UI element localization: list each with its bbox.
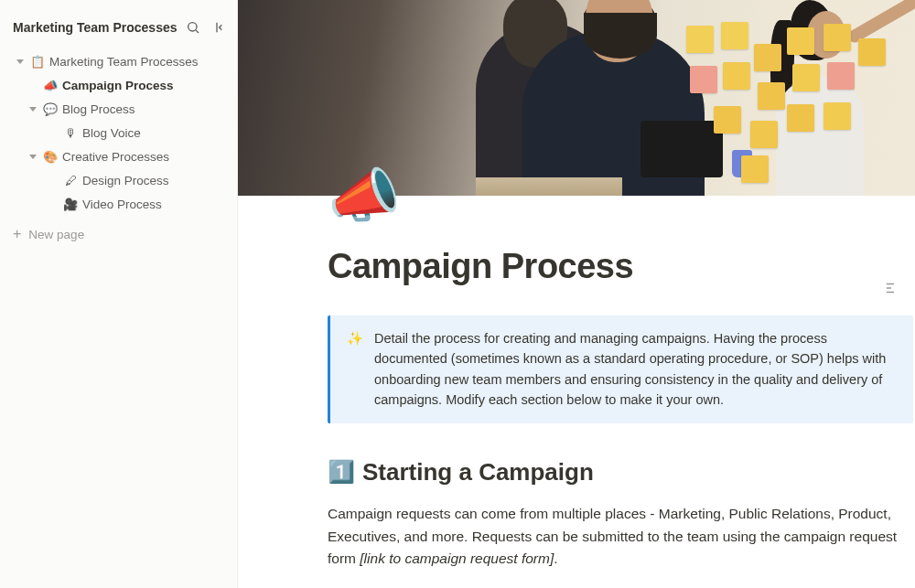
page-icon: 💬 <box>42 102 59 116</box>
bullet-icon <box>44 171 62 189</box>
sidebar-item-blog-voice[interactable]: 🎙Blog Voice <box>4 121 233 144</box>
page-icon: 🎨 <box>42 150 59 164</box>
sticky-note <box>758 82 785 110</box>
sidebar-item-label: Creative Processes <box>59 150 169 164</box>
workspace-title[interactable]: Marketing Team Processes <box>13 20 184 35</box>
page-icon: 📣 <box>42 79 59 92</box>
sticky-note <box>723 62 750 90</box>
section-heading[interactable]: 1️⃣ Starting a Campaign <box>328 458 913 486</box>
svg-line-1 <box>196 30 199 33</box>
collapse-sidebar-icon[interactable] <box>210 18 228 37</box>
sticky-note <box>787 27 814 55</box>
sidebar-item-marketing-team-processes[interactable]: 📋Marketing Team Processes <box>4 49 233 73</box>
page-tree: 📋Marketing Team Processes📣Campaign Proce… <box>0 49 237 216</box>
disclosure-triangle-icon[interactable] <box>11 52 29 70</box>
svg-marker-3 <box>16 59 24 64</box>
sticky-note <box>750 121 778 148</box>
sticky-note <box>690 66 717 93</box>
page-content: 📣 Campaign Process ✨ Detail the process … <box>238 166 915 588</box>
paragraph-link-placeholder: [link to campaign request form] <box>360 551 554 566</box>
page-icon: 📋 <box>29 55 46 69</box>
sticky-note <box>858 38 886 66</box>
disclosure-triangle-icon[interactable] <box>24 100 42 118</box>
page-emoji[interactable]: 📣 <box>328 166 913 225</box>
sidebar-item-creative-processes[interactable]: 🎨Creative Processes <box>4 144 233 168</box>
sticky-note <box>824 24 851 51</box>
disclosure-triangle-icon[interactable] <box>24 147 42 166</box>
sidebar-item-video-process[interactable]: 🎥Video Process <box>4 192 233 216</box>
app-root: Marketing Team Processes 📋Marketing Team… <box>0 0 915 588</box>
callout-text: Detail the process for creating and mana… <box>374 328 897 411</box>
bullet-icon <box>44 123 62 142</box>
sticky-note <box>787 104 814 132</box>
keycap-one-icon: 1️⃣ <box>328 459 355 485</box>
bullet-icon <box>44 195 62 213</box>
sticky-note <box>754 44 781 71</box>
bullet-icon <box>24 76 42 94</box>
svg-marker-4 <box>29 107 37 112</box>
main-content: 📣 Campaign Process ✨ Detail the process … <box>238 0 915 588</box>
sidebar-header: Marketing Team Processes <box>0 13 237 49</box>
new-page-label: New page <box>28 228 84 241</box>
sidebar-item-campaign-process[interactable]: 📣Campaign Process <box>4 73 233 97</box>
sidebar-item-label: Video Process <box>79 198 162 211</box>
sidebar: Marketing Team Processes 📋Marketing Team… <box>0 0 238 588</box>
section-title-text: Starting a Campaign <box>362 458 594 486</box>
sidebar-item-label: Blog Process <box>59 102 135 116</box>
sticky-note <box>714 106 741 134</box>
page-icon: 🎙 <box>62 126 79 140</box>
page-icon: 🎥 <box>62 198 79 211</box>
sticky-note <box>792 64 820 91</box>
search-icon[interactable] <box>184 18 202 37</box>
sparkles-icon: ✨ <box>347 328 363 411</box>
new-page-button[interactable]: + New page <box>0 219 237 249</box>
sidebar-item-design-process[interactable]: 🖊Design Process <box>4 168 233 192</box>
callout-block[interactable]: ✨ Detail the process for creating and ma… <box>328 315 913 423</box>
sidebar-item-blog-process[interactable]: 💬Blog Process <box>4 97 233 121</box>
sticky-note <box>824 102 851 130</box>
sticky-note <box>686 26 714 53</box>
sidebar-item-label: Campaign Process <box>59 79 174 92</box>
plus-icon: + <box>13 227 21 241</box>
sidebar-item-label: Design Process <box>79 174 169 187</box>
svg-point-0 <box>188 23 197 31</box>
paragraph[interactable]: Campaign requests can come from multiple… <box>328 503 913 571</box>
sticky-note <box>721 22 748 49</box>
svg-marker-5 <box>29 155 37 159</box>
page-icon: 🖊 <box>62 174 79 187</box>
sticky-note <box>827 62 855 90</box>
sidebar-item-label: Marketing Team Processes <box>46 55 199 69</box>
sidebar-item-label: Blog Voice <box>79 126 141 140</box>
page-title[interactable]: Campaign Process <box>328 247 913 286</box>
